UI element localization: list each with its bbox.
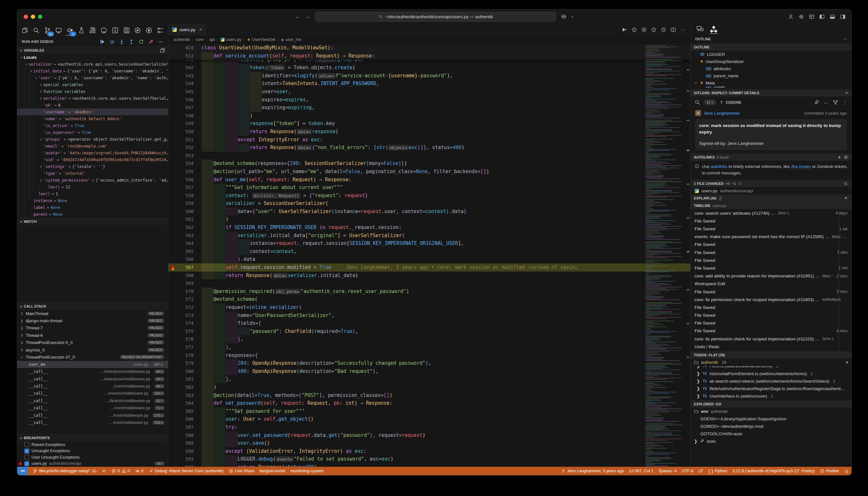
stack-frame-row[interactable]: __call__…/root/middleware.py318:1: [17, 419, 168, 426]
line-number[interactable]: 574: [168, 319, 201, 327]
record-icon[interactable]: [641, 27, 647, 32]
timeline-item[interactable]: File Saved: [691, 304, 851, 311]
split-editor-icon[interactable]: [670, 27, 676, 32]
command-center-search[interactable]: ~/dev/authentik/authentik/core/api/users…: [315, 12, 556, 22]
timeline-item[interactable]: File Saved: [691, 241, 851, 248]
line-number[interactable]: 580: [168, 367, 201, 375]
timeline-item[interactable]: File Saved2 wks: [691, 248, 851, 256]
timeline-item[interactable]: File Saved: [691, 319, 851, 327]
breakpoint-checkbox[interactable]: [25, 442, 29, 447]
variable-row[interactable]: 'name'='authentik Default Admin': [17, 115, 168, 122]
thread-row[interactable]: ❯django-main-threadPAUSED: [17, 317, 168, 324]
close-window-button[interactable]: [24, 15, 28, 19]
thread-row[interactable]: ❯Thread-7PAUSED: [17, 325, 168, 332]
status-branch-indicator[interactable]: lifecycle/fix-debugger-setup*: [31, 469, 99, 473]
step-into-button-icon[interactable]: [119, 39, 124, 45]
breadcrumb-item-userviewset[interactable]: ❖UserViewSet: [247, 37, 276, 42]
status-compare-changes[interactable]: [99, 469, 109, 473]
variable-row[interactable]: 'pk'=6: [17, 102, 168, 108]
copy-value-icon[interactable]: [159, 47, 165, 53]
status-cursor-position[interactable]: Ln 567, Col 1: [626, 469, 656, 473]
status-monitoring-system[interactable]: monitoring-system: [288, 469, 326, 473]
outline-item-parent_name[interactable]: [@]parent_name: [691, 72, 851, 79]
status-live-share[interactable]: Live Share: [226, 469, 257, 473]
stack-frame-row[interactable]: __call__…/enterprise/middleware.py39:1: [17, 375, 168, 383]
timeline-item[interactable]: core: fix permission check for scoped im…: [691, 335, 851, 343]
status-indentation[interactable]: Spaces: 4: [656, 469, 679, 473]
line-number[interactable]: 587: [168, 423, 201, 431]
list-view-icon[interactable]: [843, 181, 848, 186]
line-number[interactable]: 548: [168, 112, 201, 120]
line-number[interactable]: 551: [168, 136, 201, 144]
timeline-item[interactable]: core: fix permission check for scoped im…: [691, 296, 851, 304]
timer-icon[interactable]: [661, 27, 666, 32]
status-beryjuio-home[interactable]: beryjuio-home: [257, 469, 288, 473]
line-number[interactable]: 512: [168, 52, 201, 60]
pin-icon[interactable]: [814, 99, 820, 105]
activity-item-extensions[interactable]: [88, 25, 97, 35]
watch-section-header[interactable]: ∨ WATCH: [17, 218, 168, 225]
status-debug-session[interactable]: Debug: Attach Server Core (authentik): [146, 469, 227, 473]
timeline-item[interactable]: File Saved3 mos: [691, 288, 851, 296]
explorer-go-section-header[interactable]: EXPLORER: GO: [691, 400, 851, 408]
outline-item-attributes[interactable]: [@]attributes: [691, 65, 851, 72]
outline-item-meta[interactable]: ∨❖Meta: [691, 79, 851, 87]
jira-issues-link[interactable]: Jira issues: [791, 164, 811, 169]
variable-row[interactable]: ❯serializer=<authentik.core.api.users.Us…: [17, 95, 168, 102]
line-number[interactable]: 542: [168, 64, 201, 72]
status-encoding[interactable]: UTF-8: [679, 469, 696, 473]
variable-row[interactable]: len()=12: [17, 184, 168, 190]
variable-row[interactable]: 'is_superuser'=True: [17, 129, 168, 136]
line-number[interactable]: 573: [168, 311, 201, 320]
tab-users-py[interactable]: users.py ×: [168, 24, 206, 35]
variable-row[interactable]: 'uid'='49d24724dfa590a20fb5961e9c6673cd1…: [17, 156, 168, 163]
breakpoint-row[interactable]: ✓Uncaught Exceptions: [17, 448, 168, 454]
timeline-item[interactable]: Undo / Redo: [691, 343, 851, 351]
sticky-scroll[interactable]: 424class UserViewSet(UsedByMixin, ModelV…: [168, 44, 690, 60]
line-number[interactable]: 570: [168, 288, 201, 296]
line-number[interactable]: 552: [168, 143, 201, 152]
go-explorer-row[interactable]: envauthentik: [691, 408, 851, 415]
timeline-item[interactable]: File Saved4 mos: [691, 327, 851, 335]
panel-left-icon[interactable]: [819, 14, 825, 19]
remote-indicator[interactable]: ><: [17, 467, 28, 475]
panel-bottom-icon[interactable]: [830, 14, 835, 19]
line-number[interactable]: 585: [168, 407, 201, 416]
zoom-window-button[interactable]: [38, 15, 42, 19]
activity-item-remote-explorer[interactable]: [54, 25, 63, 35]
gear-icon[interactable]: [843, 155, 848, 159]
status-language-mode[interactable]: { }Python: [706, 469, 730, 473]
variable-row[interactable]: ❯special variables: [17, 81, 168, 88]
timeline-section-header[interactable]: TIMELINE users.py: [691, 202, 851, 209]
more-actions-icon[interactable]: ⋯: [680, 27, 686, 32]
close-tab-icon[interactable]: ×: [199, 27, 202, 32]
settings-gear-icon[interactable]: [799, 14, 804, 19]
account-icon[interactable]: [788, 14, 794, 19]
breadcrumb-item-user-me[interactable]: ◈user_me: [281, 37, 301, 42]
variable-row[interactable]: ∨'user'={'pk': 6, 'username': 'akadmin',…: [17, 74, 168, 81]
variable-row[interactable]: len()=1: [17, 190, 168, 197]
status-eol[interactable]: LF: [696, 469, 706, 473]
line-number[interactable]: 549: [168, 120, 201, 128]
stack-frame-row[interactable]: __call__…/brands/middleware.py31:1: [17, 397, 168, 404]
line-number[interactable]: 569: [168, 279, 201, 288]
timeline-item[interactable]: File Saved1 mo: [691, 264, 851, 272]
line-number[interactable]: 556: [168, 176, 201, 184]
variable-row[interactable]: ❯'settings'={'locale': ''}: [17, 163, 168, 170]
line-number[interactable]: 553: [168, 152, 201, 160]
line-number[interactable]: 567▶: [168, 263, 201, 272]
activity-item-source-control[interactable]: 12: [43, 25, 52, 35]
activity-item-github-actions[interactable]: [111, 25, 120, 35]
variable-row[interactable]: label=None: [17, 204, 168, 211]
line-number[interactable]: 543: [168, 72, 201, 80]
comment-discussions-icon[interactable]: [696, 25, 704, 33]
commit-sha[interactable]: f285096: [719, 100, 741, 105]
more-button-icon[interactable]: ⋯: [158, 39, 164, 45]
changes-pill[interactable]: 12 ±: [703, 100, 716, 105]
variable-row[interactable]: 'avatar'='data:image/svg+xml;base64,PHN2…: [17, 150, 168, 156]
line-number[interactable]: 583: [168, 391, 201, 400]
activity-item-test-explorer[interactable]: [122, 25, 131, 35]
variable-row[interactable]: 'is_active'=True: [17, 122, 168, 129]
breakpoint-row[interactable]: Raised Exceptions: [17, 441, 168, 448]
window-controls[interactable]: [24, 15, 42, 19]
